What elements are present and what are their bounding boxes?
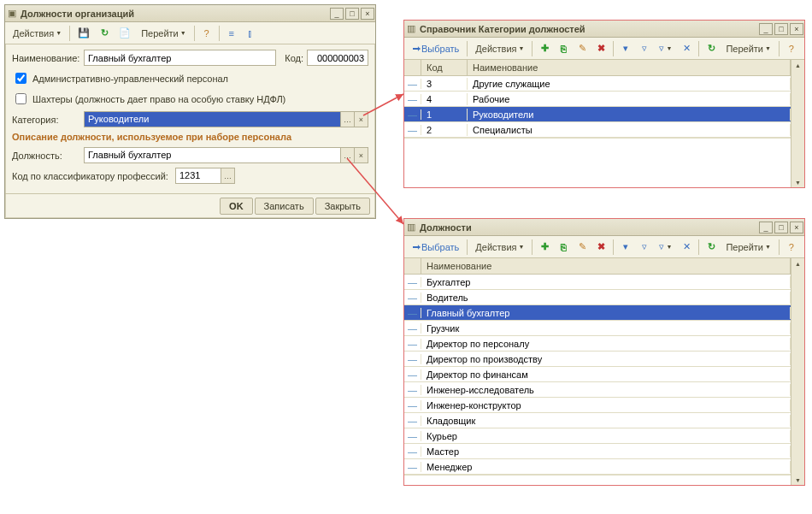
row-icon: —	[404, 369, 421, 380]
refresh-icon[interactable]: ↻	[96, 25, 113, 42]
cell-code: 4	[421, 93, 468, 105]
table-row[interactable]: —Директор по финансам	[404, 367, 791, 382]
clear-filter-icon[interactable]: ✕	[678, 239, 695, 256]
col-name[interactable]: Наименование	[468, 60, 791, 75]
table-row[interactable]: —1Руководители	[404, 107, 791, 122]
grid: Код Наименование —3Другие служащие—4Рабо…	[404, 60, 804, 187]
scrollbar[interactable]: ▲ ▼	[791, 258, 804, 485]
col-code[interactable]: Код	[421, 60, 468, 75]
category-combo[interactable]: Руководители … ×	[84, 111, 368, 127]
filter2-icon[interactable]: ▿	[636, 239, 653, 256]
help-icon[interactable]: ?	[783, 40, 800, 57]
actions-menu[interactable]: Действия▼	[471, 40, 528, 57]
save-icon[interactable]: 💾	[74, 25, 94, 42]
edit-icon[interactable]: ✎	[574, 40, 591, 57]
cell-name: Менеджер	[421, 461, 791, 473]
add-icon[interactable]: ✚	[536, 40, 553, 57]
table-row[interactable]: —Бухгалтер	[404, 275, 791, 290]
refresh-icon[interactable]: ↻	[703, 239, 720, 256]
maximize-button[interactable]: □	[774, 23, 788, 35]
close-form-button[interactable]: Закрыть	[315, 198, 370, 215]
clear-filter-icon[interactable]: ✕	[678, 40, 695, 57]
maximize-button[interactable]: □	[774, 222, 788, 233]
actions-menu[interactable]: Действия▼	[471, 239, 528, 256]
minimize-button[interactable]: _	[759, 222, 773, 233]
filter-icon[interactable]: ▾	[617, 40, 634, 57]
row-icon: —	[404, 400, 421, 411]
cell-name: Директор по персоналу	[421, 338, 791, 350]
category-clear-button[interactable]: ×	[354, 112, 368, 127]
help-icon[interactable]: ?	[198, 25, 215, 42]
table-row[interactable]: —Главный бухгалтер	[404, 305, 791, 321]
goto-menu[interactable]: Перейти▼	[137, 25, 191, 42]
goto-menu[interactable]: Перейти▼	[721, 239, 775, 256]
table-row[interactable]: —Водитель	[404, 290, 791, 305]
table-row[interactable]: —Инженер-исследователь	[404, 382, 791, 398]
list-icon: ▥	[404, 23, 418, 34]
cell-name: Бухгалтер	[421, 276, 791, 288]
table-row[interactable]: —Грузчик	[404, 321, 791, 336]
close-button[interactable]: ×	[790, 222, 803, 233]
filter-icon[interactable]: ▾	[617, 239, 634, 256]
copy-icon[interactable]: ⎘	[555, 40, 572, 57]
table-row[interactable]: —Директор по производству	[404, 352, 791, 367]
col-name[interactable]: Наименование	[421, 258, 791, 274]
cell-name: Директор по производству	[421, 353, 791, 365]
table-row[interactable]: —4Рабочие	[404, 92, 791, 107]
table-row[interactable]: —Курьер	[404, 428, 791, 444]
cell-name: Директор по финансам	[421, 369, 791, 381]
admin-checkbox[interactable]	[15, 73, 26, 84]
table-row[interactable]: —Инженер-конструктор	[404, 398, 791, 413]
structure-icon[interactable]: ⫿	[242, 25, 259, 42]
delete-icon[interactable]: ✖	[592, 239, 609, 256]
classifier-combo[interactable]: 1231 …	[175, 168, 235, 184]
classifier-lookup-button[interactable]: …	[221, 168, 234, 183]
table-row[interactable]: —Менеджер	[404, 459, 791, 475]
copy-icon[interactable]: 📄	[115, 25, 135, 42]
scroll-down-icon[interactable]: ▼	[791, 475, 804, 485]
code-input[interactable]	[307, 50, 368, 66]
minimize-button[interactable]: _	[759, 23, 773, 35]
goto-menu[interactable]: Перейти▼	[721, 40, 775, 57]
select-button[interactable]: ⮕ Выбрать	[408, 40, 463, 57]
scroll-up-icon[interactable]: ▲	[791, 258, 804, 269]
list-icon[interactable]: ≡	[223, 25, 240, 42]
minimize-button[interactable]: _	[330, 8, 344, 20]
cell-name: Кладовщик	[421, 415, 791, 427]
scroll-up-icon[interactable]: ▲	[791, 60, 804, 70]
scrollbar[interactable]: ▲ ▼	[791, 60, 804, 187]
maximize-button[interactable]: □	[345, 8, 359, 20]
delete-icon[interactable]: ✖	[592, 40, 609, 57]
ok-button[interactable]: OK	[220, 198, 253, 215]
select-button[interactable]: ⮕ Выбрать	[408, 239, 463, 256]
table-row[interactable]: —2Специалисты	[404, 122, 791, 138]
filter3-icon[interactable]: ▿▼	[655, 40, 676, 57]
table-row[interactable]: —Директор по персоналу	[404, 336, 791, 352]
row-icon: —	[404, 125, 421, 135]
table-row[interactable]: —Кладовщик	[404, 413, 791, 428]
positions-window: ▥ Должности _ □ × ⮕ Выбрать Действия▼ ✚ …	[403, 218, 805, 486]
edit-icon[interactable]: ✎	[574, 239, 591, 256]
write-button[interactable]: Записать	[255, 198, 314, 215]
position-lookup-button[interactable]: …	[340, 148, 354, 162]
table-row[interactable]: —Мастер	[404, 444, 791, 459]
miners-checkbox[interactable]	[15, 93, 26, 104]
copy-icon[interactable]: ⎘	[555, 239, 572, 256]
position-clear-button[interactable]: ×	[354, 148, 368, 162]
refresh-icon[interactable]: ↻	[703, 40, 720, 57]
table-row[interactable]: —3Другие служащие	[404, 76, 791, 92]
scroll-down-icon[interactable]: ▼	[791, 177, 804, 187]
actions-menu[interactable]: Действия▼	[9, 25, 66, 42]
window-icon: ▣	[5, 8, 19, 19]
filter2-icon[interactable]: ▿	[636, 40, 653, 57]
name-input[interactable]	[84, 50, 276, 66]
list-icon: ▥	[404, 222, 418, 233]
add-icon[interactable]: ✚	[536, 239, 553, 256]
help-icon[interactable]: ?	[783, 239, 800, 256]
close-button[interactable]: ×	[790, 23, 803, 35]
cell-name: Руководители	[468, 109, 791, 121]
category-lookup-button[interactable]: …	[340, 112, 354, 127]
filter3-icon[interactable]: ▿▼	[655, 239, 676, 256]
close-button[interactable]: ×	[361, 8, 374, 20]
position-combo[interactable]: Главный бухгалтер … ×	[84, 147, 368, 163]
